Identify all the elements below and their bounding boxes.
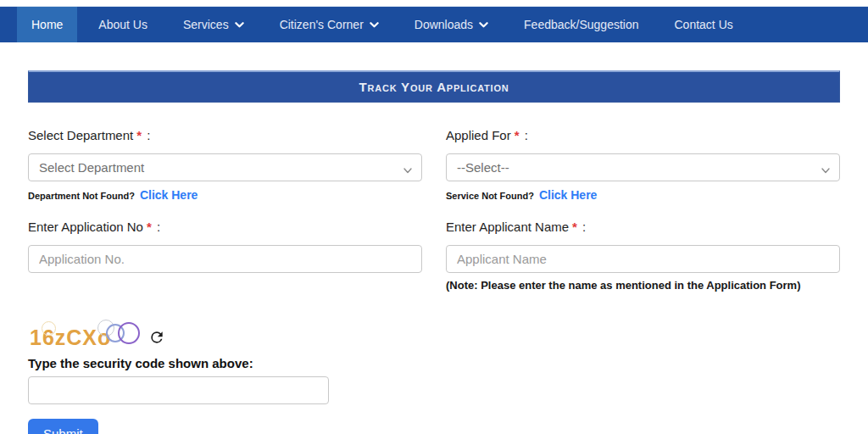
page-title: Track Your Application	[359, 80, 509, 94]
nav-item-citizens-corner[interactable]: Citizen's Corner	[265, 7, 393, 42]
field-select-department: Select Department* : Select Department D…	[28, 128, 422, 202]
department-helper: Department Not Found? Click Here	[28, 188, 422, 202]
field-application-no: Enter Application No* :	[28, 220, 422, 292]
captcha-image: 16zCXo	[28, 322, 140, 353]
nav-item-label: Downloads	[415, 18, 473, 31]
required-asterisk: *	[147, 220, 152, 234]
top-navigation: Home About Us Services Citizen's Corner …	[0, 6, 868, 42]
nav-item-label: Citizen's Corner	[280, 18, 364, 31]
required-asterisk: *	[572, 220, 577, 234]
select-department-label: Select Department* :	[28, 128, 422, 142]
security-code-input[interactable]	[28, 376, 329, 404]
nav-item-services[interactable]: Services	[169, 7, 259, 42]
nav-item-home[interactable]: Home	[17, 7, 77, 42]
application-no-input[interactable]	[28, 245, 422, 273]
department-click-here-link[interactable]: Click Here	[140, 188, 198, 202]
chevron-down-icon	[370, 20, 379, 30]
applied-for-label: Applied For* :	[446, 128, 840, 142]
required-asterisk: *	[515, 128, 520, 142]
submit-button[interactable]: Submit	[28, 419, 98, 434]
nav-item-downloads[interactable]: Downloads	[400, 7, 503, 42]
applicant-name-note: (Note: Please enter the name as mentione…	[446, 279, 840, 292]
page-banner: Track Your Application	[28, 70, 840, 103]
chevron-down-icon	[479, 20, 488, 30]
captcha-section: 16zCXo Type the security code shown abov…	[28, 322, 840, 404]
department-not-found-text: Department Not Found?	[28, 191, 135, 201]
captcha-noise-circle	[118, 322, 140, 344]
nav-item-feedback-suggestion[interactable]: Feedback/Suggestion	[509, 7, 653, 42]
chevron-down-icon	[821, 164, 831, 174]
nav-item-label: Services	[183, 18, 229, 31]
track-application-form: Select Department* : Select Department D…	[28, 128, 840, 292]
chevron-down-icon	[235, 20, 244, 30]
department-select-value: Select Department	[39, 160, 144, 175]
nav-item-about-us[interactable]: About Us	[84, 7, 162, 42]
nav-item-label: Home	[31, 18, 63, 31]
refresh-captcha-icon[interactable]	[148, 329, 165, 346]
department-select[interactable]: Select Department	[28, 153, 422, 181]
service-click-here-link[interactable]: Click Here	[539, 188, 597, 202]
nav-item-label: About Us	[98, 18, 147, 31]
applied-for-select[interactable]: --Select--	[446, 153, 840, 181]
chevron-down-icon	[403, 164, 413, 174]
applicant-name-label: Enter Applicant Name* :	[446, 220, 840, 234]
captcha-noise-circle	[42, 321, 56, 336]
service-not-found-text: Service Not Found?	[446, 191, 534, 201]
field-applicant-name: Enter Applicant Name* : (Note: Please en…	[446, 220, 840, 292]
nav-item-label: Contact Us	[675, 18, 733, 31]
security-code-label: Type the security code shown above:	[28, 356, 840, 370]
applied-for-select-value: --Select--	[457, 160, 509, 175]
field-applied-for: Applied For* : --Select-- Service Not Fo…	[446, 128, 840, 202]
nav-item-label: Feedback/Suggestion	[524, 18, 638, 31]
applicant-name-input[interactable]	[446, 245, 840, 273]
service-helper: Service Not Found? Click Here	[446, 188, 840, 202]
nav-item-contact-us[interactable]: Contact Us	[660, 7, 748, 42]
required-asterisk: *	[136, 128, 142, 142]
application-no-label: Enter Application No* :	[28, 220, 422, 234]
